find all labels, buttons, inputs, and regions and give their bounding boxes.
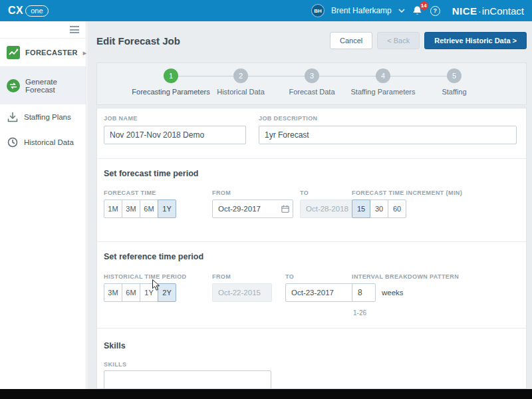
job-description-label: JOB DESCRIPTION <box>259 115 318 122</box>
historical-option-2y[interactable]: 2Y <box>158 283 176 302</box>
increment-option-30[interactable]: 30 <box>370 200 388 218</box>
forecast-to-field <box>300 200 354 218</box>
staffing-plans-icon <box>7 111 19 123</box>
reference-from-field <box>212 283 272 302</box>
user-name[interactable]: Brent Haferkamp <box>331 6 392 15</box>
forecast-increment-label: FORECAST TIME INCREMENT (MIN) <box>352 190 462 196</box>
main-content: Edit Forecast Job Cancel < Back Retrieve… <box>87 21 532 389</box>
historical-option-3m[interactable]: 3M <box>104 283 122 302</box>
brand-dot: · <box>478 5 481 17</box>
step-number: 3 <box>305 68 319 83</box>
sidebar-item-historical-data[interactable]: Historical Data <box>0 130 86 155</box>
cxone-logo-one: one <box>25 5 48 17</box>
job-name-label: JOB NAME <box>104 115 138 122</box>
sidebar-item-label: Historical Data <box>24 138 74 146</box>
sidebar-item-forecaster[interactable]: FORECASTER ▸ <box>0 39 86 67</box>
brand-incontact: inContact <box>482 5 524 17</box>
forecast-time-segmented-control: 1M 3M 6M 1Y <box>104 200 176 218</box>
generate-forecast-icon <box>7 79 20 92</box>
reference-from-input <box>213 289 271 297</box>
sidebar-item-generate-forecast[interactable]: Generate Forecast <box>0 67 86 104</box>
reference-to-input[interactable] <box>286 289 351 297</box>
top-app-bar: CX one BH Brent Haferkamp 14 ? NICE·inCo… <box>0 0 532 21</box>
step-number: 2 <box>233 68 248 83</box>
step-number: 4 <box>376 68 390 83</box>
forecast-time-option-1y[interactable]: 1Y <box>158 200 176 218</box>
skills-label: SKILLS <box>104 361 126 368</box>
topbar-right: BH Brent Haferkamp 14 ? NICE·inContact <box>311 4 524 17</box>
increment-option-15[interactable]: 15 <box>352 200 370 218</box>
forecast-from-datepicker <box>212 200 293 218</box>
interval-unit-label: weeks <box>382 289 404 297</box>
historical-option-1y[interactable]: 1Y <box>140 283 158 302</box>
menu-icon[interactable] <box>70 25 79 35</box>
divider <box>97 241 526 242</box>
forecast-time-option-6m[interactable]: 6M <box>140 200 158 218</box>
history-clock-icon <box>7 136 19 148</box>
cancel-button[interactable]: Cancel <box>330 32 372 49</box>
interval-breakdown-label: INTERVAL BREAKDOWN PATTERN <box>352 273 459 280</box>
job-name-input[interactable] <box>104 126 246 144</box>
skills-section-title: Skills <box>104 341 126 350</box>
forecast-time-label: FORECAST TIME <box>104 190 156 196</box>
cxone-logo: CX one <box>8 5 49 17</box>
calendar-icon[interactable] <box>278 205 293 213</box>
job-description-input[interactable] <box>259 126 517 144</box>
sidebar: FORECASTER ▸ Generate Forecast Staffing … <box>0 21 86 389</box>
historical-option-6m[interactable]: 6M <box>122 283 140 302</box>
divider <box>97 328 526 329</box>
notifications-button[interactable]: 14 <box>412 5 424 17</box>
divider <box>97 158 526 159</box>
sidebar-top-row <box>0 21 86 39</box>
brand-nice: NICE <box>452 5 477 17</box>
step-staffing[interactable]: 5 Staffing <box>411 68 497 96</box>
sidebar-item-label: Staffing Plans <box>24 113 71 121</box>
reference-from-label: FROM <box>212 273 231 280</box>
retrieve-historic-data-button[interactable]: Retrieve Historic Data > <box>424 32 527 49</box>
step-number: 1 <box>164 68 178 83</box>
forecast-time-option-1m[interactable]: 1M <box>104 200 122 218</box>
avatar[interactable]: BH <box>311 4 325 17</box>
forecast-from-input[interactable] <box>213 205 278 213</box>
sidebar-item-label: Generate Forecast <box>25 78 80 94</box>
forecast-from-label: FROM <box>212 190 231 196</box>
forecaster-icon <box>7 46 20 59</box>
forecast-period-section-title: Set forecast time period <box>104 169 198 178</box>
interval-range-hint: 1-26 <box>353 309 366 317</box>
sidebar-item-label: FORECASTER <box>25 49 78 57</box>
chevron-right-icon: ▸ <box>83 49 86 57</box>
forecast-to-label: TO <box>300 190 309 196</box>
reference-to-label: TO <box>285 273 294 280</box>
stepper: 1 Forecasting Parameters 2 Historical Da… <box>96 63 527 105</box>
nice-incontact-logo: NICE·inContact <box>452 5 524 17</box>
page-header: Edit Forecast Job Cancel < Back Retrieve… <box>96 32 527 49</box>
step-number: 5 <box>447 68 462 83</box>
forecast-to-input <box>301 205 354 213</box>
historical-time-period-label: HISTORICAL TIME PERIOD <box>104 273 186 280</box>
notification-badge: 14 <box>420 1 428 10</box>
forecast-time-option-3m[interactable]: 3M <box>122 200 140 218</box>
sidebar-item-staffing-plans[interactable]: Staffing Plans <box>0 104 86 130</box>
increment-option-60[interactable]: 60 <box>388 200 406 218</box>
letterbox-bar <box>0 389 532 399</box>
back-button: < Back <box>377 32 420 49</box>
page-title: Edit Forecast Job <box>96 35 325 47</box>
step-label: Staffing <box>411 88 497 96</box>
reference-period-section-title: Set reference time period <box>104 252 203 261</box>
help-button[interactable]: ? <box>430 6 440 16</box>
increment-segmented-control: 15 30 60 <box>352 200 406 218</box>
cxone-logo-cx: CX <box>8 5 23 17</box>
forecast-job-form: JOB NAME JOB DESCRIPTION Set forecast ti… <box>96 108 527 389</box>
chevron-down-icon[interactable] <box>398 9 405 13</box>
historical-time-segmented-control: 3M 6M 1Y 2Y <box>104 283 176 302</box>
skills-input[interactable] <box>104 370 271 389</box>
interval-breakdown-input[interactable] <box>352 283 376 302</box>
